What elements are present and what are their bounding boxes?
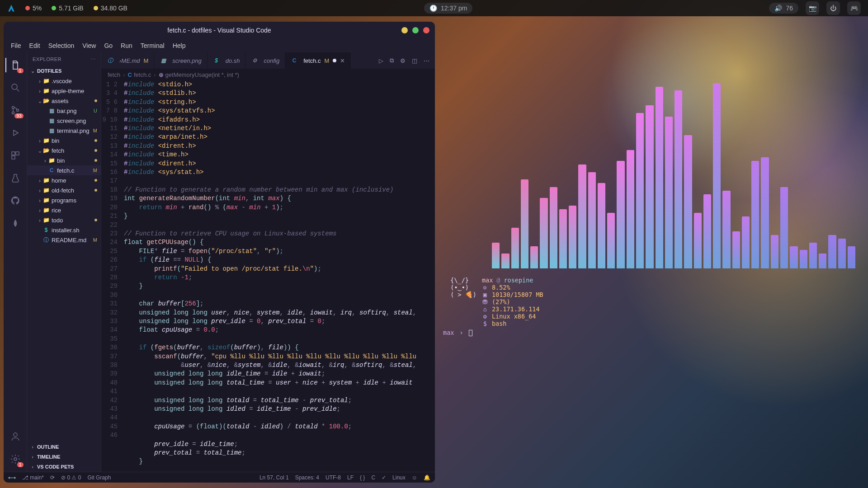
- discord-icon: 🎮: [850, 5, 858, 12]
- minimize-button[interactable]: [401, 27, 408, 33]
- split-icon[interactable]: ◫: [412, 57, 417, 64]
- menu-view[interactable]: View: [79, 40, 99, 51]
- menu-file[interactable]: File: [7, 40, 25, 51]
- viz-bar: [828, 235, 836, 268]
- extensions-view-icon[interactable]: [5, 146, 25, 164]
- folder-section-header[interactable]: ⌄ DOTFILES: [27, 66, 101, 76]
- terminal-panel: {\_/} (•‿•) ( > 🍕) max@rosepine⊙8.52%▣10…: [438, 20, 864, 484]
- menu-go[interactable]: Go: [100, 40, 116, 51]
- svg-point-0: [12, 84, 17, 89]
- tree-item-bin[interactable]: ›📁bin: [27, 155, 101, 165]
- tree-item-screen-png[interactable]: ▦screen.png: [27, 116, 101, 126]
- tree-item-programs[interactable]: ›📁programs: [27, 195, 101, 205]
- spaces-indicator[interactable]: Spaces: 4: [295, 474, 319, 481]
- branch-indicator[interactable]: ⎇ main*: [22, 474, 44, 481]
- clock[interactable]: 🕐 12:37 pm: [424, 3, 472, 14]
- bracket-indicator[interactable]: { }: [360, 474, 365, 481]
- diff-icon[interactable]: ⧉: [390, 57, 394, 64]
- tab--ME-md[interactable]: ⓘ›ME.mdM: [101, 52, 154, 69]
- viz-bar: [559, 209, 567, 268]
- tree-item-assets[interactable]: ⌄📂assets: [27, 96, 101, 106]
- tree-item-fetch[interactable]: ⌄📂fetch: [27, 145, 101, 155]
- title-bar: fetch.c - dotfiles - Visual Studio Code: [4, 22, 435, 39]
- explorer-view-icon[interactable]: 1: [5, 56, 25, 74]
- viz-bar: [809, 243, 817, 268]
- viz-bar: [665, 117, 673, 268]
- viz-bar: [521, 179, 528, 268]
- tree-item-bin[interactable]: ›📁bin: [27, 136, 101, 145]
- scm-view-icon[interactable]: 93: [5, 101, 25, 119]
- cursor-icon: [469, 330, 472, 336]
- viz-bar: [627, 150, 634, 268]
- audio-visualizer: [492, 83, 855, 268]
- tree-item-installer-sh[interactable]: $installer.sh: [27, 225, 101, 235]
- arch-logo-icon[interactable]: [7, 4, 15, 12]
- tree-item-terminal-png[interactable]: ▦terminal.pngM: [27, 126, 101, 136]
- cursor-position[interactable]: Ln 57, Col 1: [259, 474, 289, 481]
- close-tab-icon[interactable]: ✕: [340, 57, 345, 64]
- tab-config[interactable]: ⚙config: [245, 52, 285, 69]
- more-icon[interactable]: ⋯: [424, 57, 429, 64]
- settings-gear-icon[interactable]: 1: [5, 450, 25, 468]
- power-button[interactable]: ⏻: [826, 1, 840, 15]
- code-editor[interactable]: 1 2 3 4 5 6 7 8 9 10 11 12 13 14 15 16 1…: [101, 80, 435, 472]
- tab-screen-png[interactable]: ▦screen.png: [154, 52, 207, 69]
- os-indicator[interactable]: Linux: [392, 474, 406, 481]
- language-indicator[interactable]: C: [371, 474, 375, 481]
- bell-icon[interactable]: 🔔: [424, 474, 430, 481]
- feedback-icon[interactable]: ☺: [412, 474, 417, 481]
- tree-item-home[interactable]: ›📁home: [27, 175, 101, 185]
- maximize-button[interactable]: [412, 27, 419, 33]
- discord-button[interactable]: 🎮: [847, 1, 861, 15]
- prettier-icon[interactable]: ✓: [382, 474, 386, 481]
- search-view-icon[interactable]: [5, 79, 25, 97]
- tree-item--vscode[interactable]: ›📁.vscode: [27, 76, 101, 86]
- encoding-indicator[interactable]: UTF-8: [326, 474, 341, 481]
- problems-indicator[interactable]: ⊘ 0 ⚠ 0: [61, 474, 81, 481]
- pets-section[interactable]: ›VS CODE PETS: [27, 462, 101, 472]
- github-view-icon[interactable]: [5, 192, 25, 210]
- menu-run[interactable]: Run: [117, 40, 136, 51]
- screenshot-button[interactable]: 📷: [806, 1, 819, 15]
- menu-edit[interactable]: Edit: [26, 40, 44, 51]
- eol-indicator[interactable]: LF: [347, 474, 354, 481]
- close-window-button[interactable]: [423, 27, 429, 33]
- run-icon[interactable]: ▷: [379, 57, 383, 64]
- outline-section[interactable]: ›OUTLINE: [27, 442, 101, 452]
- menu-selection[interactable]: Selection: [45, 40, 78, 51]
- account-icon[interactable]: [5, 427, 25, 446]
- tree-item-fetch-c[interactable]: Cfetch.cM: [27, 165, 101, 175]
- volume-indicator[interactable]: 🔊 76: [769, 3, 798, 14]
- taskbar: 5% 5.71 GiB 34.80 GB 🕐 12:37 pm 🔊 76 📷 ⏻…: [0, 0, 868, 16]
- debug-view-icon[interactable]: [5, 124, 25, 142]
- tree-item-bar-png[interactable]: ▦bar.pngU: [27, 106, 101, 116]
- explorer-badge: 1: [17, 68, 24, 73]
- remote-indicator[interactable]: ⟷: [8, 474, 16, 481]
- tree-item-README-md[interactable]: ⓘREADME.mdM: [27, 235, 101, 245]
- tree-item-rice[interactable]: ›📁rice: [27, 205, 101, 215]
- git-graph-indicator[interactable]: Git Graph: [87, 474, 111, 481]
- explorer-more-icon[interactable]: ⋯: [90, 56, 96, 62]
- gear-icon[interactable]: ⚙: [400, 57, 406, 64]
- mongodb-view-icon[interactable]: [5, 214, 25, 232]
- tree-item-todo[interactable]: ›📁todo: [27, 215, 101, 225]
- breadcrumb[interactable]: fetch› Cfetch.c› ⊕getMemoryUsage(int *, …: [101, 69, 435, 80]
- test-view-icon[interactable]: [5, 169, 25, 187]
- tab-fetch-c[interactable]: Cfetch.cM✕: [285, 52, 351, 69]
- timeline-section[interactable]: ›TIMELINE: [27, 452, 101, 462]
- sync-indicator[interactable]: ⟳: [50, 474, 55, 481]
- power-icon: ⏻: [830, 5, 836, 12]
- menu-help[interactable]: Help: [169, 40, 189, 51]
- viz-bar: [675, 90, 682, 268]
- tab-bar: ⓘ›ME.mdM▦screen.png$do.sh⚙configCfetch.c…: [101, 52, 435, 69]
- viz-bar: [751, 161, 759, 268]
- fetch-row: ⌂23.171.36.114: [482, 305, 543, 313]
- viz-bar: [742, 216, 750, 268]
- menu-terminal[interactable]: Terminal: [137, 40, 168, 51]
- tab-do-sh[interactable]: $do.sh: [208, 52, 246, 69]
- viz-bar: [800, 250, 807, 268]
- chevron-down-icon: ⌄: [30, 68, 35, 74]
- tree-item-apple-theme[interactable]: ›📁apple-theme: [27, 86, 101, 96]
- tree-item-old-fetch[interactable]: ›📁old-fetch: [27, 185, 101, 195]
- terminal-prompt[interactable]: max ›: [443, 329, 472, 336]
